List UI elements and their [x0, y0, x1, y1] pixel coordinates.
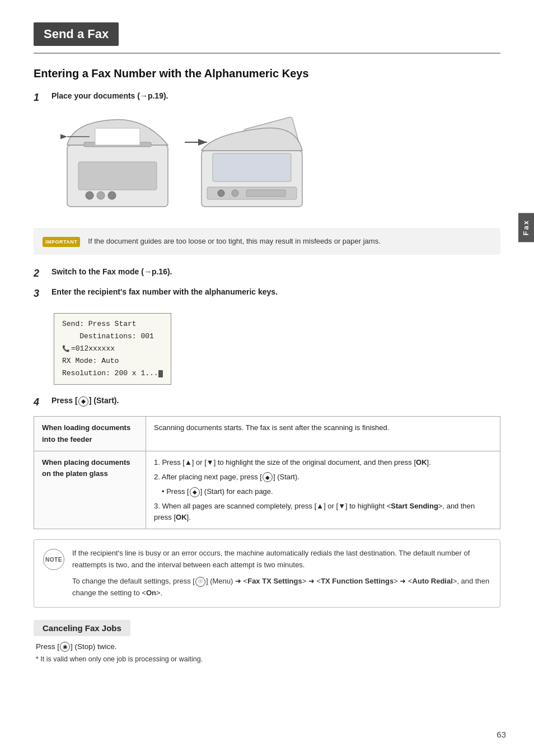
important-text: If the document guides are too loose or … [88, 236, 380, 247]
platen-step-1: 1. Press [] or [] to highlight the size … [154, 457, 492, 468]
menu-icon: ☉ [195, 577, 205, 587]
canceling-note: * It is valid when only one job is proce… [36, 655, 500, 663]
svg-rect-3 [78, 162, 157, 190]
svg-point-5 [97, 192, 105, 199]
lcd-line-4: RX Mode: Auto [62, 355, 163, 367]
table-label-platen: When placing documents on the platen gla… [34, 451, 146, 529]
step-3-number: 3 [34, 288, 51, 300]
printer-illustration: ABC [56, 111, 313, 218]
step-3-text: Enter the recipient's fax number with th… [51, 287, 500, 296]
down-arrow-icon-2 [338, 502, 345, 510]
start-icon-3: ◆ [190, 487, 200, 497]
step-2-text: Switch to the Fax mode (→p.16). [51, 267, 500, 276]
note-text: If the recipient's line is busy or an er… [72, 548, 491, 599]
platen-step-3: 3. When all pages are scanned completely… [154, 501, 492, 523]
section-title: Send a Fax [34, 22, 119, 46]
start-button-icon: ◆ [78, 396, 88, 407]
up-arrow-icon-2 [316, 502, 324, 510]
stop-icon: ◉ [60, 642, 70, 652]
up-arrow-icon [185, 458, 192, 466]
step-1-number: 1 [34, 92, 51, 104]
canceling-title: Canceling Fax Jobs [34, 620, 130, 636]
step-1-text: Place your documents (→p.19). [51, 91, 500, 100]
table-content-feeder: Scanning documents starts. The fax is se… [146, 417, 500, 451]
step-4: 4 Press [◆] (Start). [34, 396, 500, 408]
platen-step-2-sub: • Press [◆] (Start) for each page. [162, 486, 492, 497]
side-tab: Fax [518, 213, 534, 242]
step-3: 3 Enter the recipient's fax number with … [34, 287, 500, 300]
canceling-section: Canceling Fax Jobs Press [◉] (Stop) twic… [34, 620, 500, 663]
step-2-number: 2 [34, 268, 51, 279]
important-box: IMPORTANT If the document guides are too… [34, 228, 500, 255]
svg-point-6 [108, 192, 116, 199]
table-row-feeder: When loading documents into the feeder S… [34, 417, 500, 451]
info-table: When loading documents into the feeder S… [34, 416, 500, 529]
step-4-text: Press [◆] (Start). [51, 396, 500, 406]
table-content-platen: 1. Press [] or [] to highlight the size … [146, 451, 500, 529]
lcd-line-5: Resolution: 200 x 1... [62, 367, 163, 380]
note-text-line-2: To change the default settings, press [☉… [72, 576, 491, 599]
important-badge: IMPORTANT [43, 237, 80, 247]
note-badge: NOTE [43, 549, 64, 570]
lcd-line-2: Destinations: 001 [62, 330, 163, 343]
svg-rect-2 [95, 128, 140, 145]
subsection-title: Entering a Fax Number with the Alphanume… [34, 67, 500, 80]
lcd-line-3: 📞=012xxxxxx [62, 343, 163, 355]
printer-svg: ABC [56, 111, 313, 218]
lcd-line-1: Send: Press Start [62, 318, 163, 330]
lcd-display: Send: Press Start Destinations: 001 📞=01… [54, 313, 171, 385]
svg-point-13 [232, 190, 238, 197]
note-box: NOTE If the recipient's line is busy or … [34, 539, 500, 607]
note-text-line-1: If the recipient's line is busy or an er… [72, 548, 491, 571]
down-arrow-icon [207, 458, 214, 466]
canceling-text: Press [◉] (Stop) twice. [36, 642, 500, 652]
svg-point-4 [86, 192, 93, 199]
svg-point-12 [218, 190, 224, 197]
step-2: 2 Switch to the Fax mode (→p.16). [34, 267, 500, 279]
step-1: 1 Place your documents (→p.19). [34, 91, 500, 104]
svg-rect-10 [213, 153, 291, 181]
step-4-number: 4 [34, 396, 51, 408]
table-label-feeder: When loading documents into the feeder [34, 417, 146, 451]
svg-rect-14 [246, 190, 285, 197]
table-row-platen: When placing documents on the platen gla… [34, 451, 500, 529]
page: Fax Send a Fax Entering a Fax Number wit… [0, 0, 534, 756]
start-icon-2: ◆ [263, 472, 273, 482]
platen-step-2: 2. After placing next page, press [◆] (S… [154, 472, 492, 483]
page-number: 63 [496, 730, 506, 739]
